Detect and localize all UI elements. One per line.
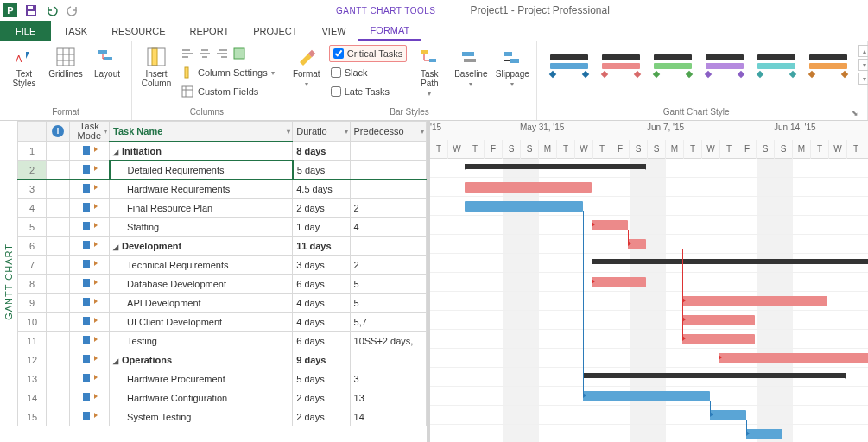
text-styles-button[interactable]: A Text Styles bbox=[5, 45, 43, 90]
slippage-button[interactable]: Slippage ▾ bbox=[493, 45, 531, 90]
dialog-launcher-icon[interactable]: ⬊ bbox=[850, 108, 860, 118]
slack-checkbox[interactable]: Slack bbox=[329, 64, 408, 81]
custom-fields-button[interactable]: Custom Fields bbox=[179, 83, 276, 100]
info-cell[interactable] bbox=[47, 350, 70, 369]
mode-cell[interactable] bbox=[69, 294, 109, 313]
predecessors-cell[interactable]: 5,7 bbox=[350, 313, 426, 332]
row-number[interactable]: 14 bbox=[18, 388, 47, 407]
duration-cell[interactable]: 2 days bbox=[293, 407, 350, 426]
info-cell[interactable] bbox=[47, 275, 70, 294]
table-row[interactable]: 4Final Resource Plan2 days2 bbox=[18, 199, 427, 218]
table-row[interactable]: 15System Testing2 days14 bbox=[18, 407, 427, 426]
duration-cell[interactable]: 5 days bbox=[293, 369, 350, 388]
mode-cell[interactable] bbox=[69, 142, 109, 161]
mode-cell[interactable] bbox=[69, 218, 109, 237]
info-cell[interactable] bbox=[47, 313, 70, 332]
col-header-num[interactable] bbox=[18, 122, 47, 142]
wrap-text-icon[interactable] bbox=[232, 47, 246, 60]
task-name-cell[interactable]: System Testing bbox=[110, 407, 293, 426]
slack-input[interactable] bbox=[331, 67, 341, 78]
table-row[interactable]: 12Operations9 days bbox=[18, 350, 427, 369]
style-swatch[interactable] bbox=[598, 48, 644, 83]
duration-cell[interactable]: 2 days bbox=[293, 388, 350, 407]
predecessors-cell[interactable] bbox=[350, 142, 426, 161]
table-row[interactable]: 6Development11 days bbox=[18, 237, 427, 256]
row-number[interactable]: 12 bbox=[18, 350, 47, 369]
info-cell[interactable] bbox=[47, 256, 70, 275]
table-row[interactable]: 7Technical Requirements3 days2 bbox=[18, 256, 427, 275]
mode-cell[interactable] bbox=[69, 350, 109, 369]
duration-cell[interactable]: 4.5 days bbox=[293, 180, 350, 199]
gantt-bar[interactable] bbox=[583, 391, 710, 401]
redo-icon[interactable] bbox=[64, 2, 81, 19]
table-row[interactable]: 14Hardware Configuration2 days13 bbox=[18, 388, 427, 407]
gantt-bar[interactable] bbox=[583, 373, 846, 378]
predecessors-cell[interactable]: 2 bbox=[350, 256, 426, 275]
task-name-cell[interactable]: Database Development bbox=[110, 275, 293, 294]
table-row[interactable]: 13Hardware Procurement5 days3 bbox=[18, 369, 427, 388]
table-row[interactable]: 9API Development4 days5 bbox=[18, 294, 427, 313]
style-swatch[interactable] bbox=[546, 48, 592, 83]
gantt-bar[interactable] bbox=[682, 334, 755, 344]
col-header-predecessors[interactable]: Predecesso▾ bbox=[350, 122, 426, 142]
mode-cell[interactable] bbox=[69, 180, 109, 199]
task-name-cell[interactable]: Final Resource Plan bbox=[110, 199, 293, 218]
gantt-bar[interactable] bbox=[592, 277, 646, 287]
gantt-bar[interactable] bbox=[465, 201, 583, 212]
row-number[interactable]: 6 bbox=[18, 237, 47, 256]
row-number[interactable]: 10 bbox=[18, 313, 47, 332]
task-name-cell[interactable]: Development bbox=[110, 237, 293, 256]
duration-cell[interactable]: 11 days bbox=[293, 237, 350, 256]
table-row[interactable]: 3Hardware Requirements4.5 days bbox=[18, 180, 427, 199]
task-name-cell[interactable]: Technical Requirements bbox=[110, 256, 293, 275]
align-right-icon[interactable] bbox=[215, 47, 229, 60]
mode-cell[interactable] bbox=[69, 161, 109, 180]
mode-cell[interactable] bbox=[69, 256, 109, 275]
duration-cell[interactable]: 6 days bbox=[293, 332, 350, 350]
row-number[interactable]: 8 bbox=[18, 275, 47, 294]
col-header-info[interactable]: i bbox=[47, 122, 70, 142]
duration-cell[interactable]: 6 days bbox=[293, 275, 350, 294]
table-row[interactable]: 8Database Development6 days5 bbox=[18, 275, 427, 294]
predecessors-cell[interactable] bbox=[350, 237, 426, 256]
mode-cell[interactable] bbox=[69, 199, 109, 218]
style-swatch[interactable] bbox=[753, 48, 800, 83]
info-cell[interactable] bbox=[47, 369, 70, 388]
row-number[interactable]: 11 bbox=[18, 332, 47, 350]
predecessors-cell[interactable]: 4 bbox=[350, 218, 426, 237]
predecessors-cell[interactable]: 3 bbox=[350, 369, 426, 388]
tab-project[interactable]: PROJECT bbox=[241, 21, 309, 41]
tab-resource[interactable]: RESOURCE bbox=[99, 21, 177, 41]
info-cell[interactable] bbox=[47, 218, 70, 237]
info-cell[interactable] bbox=[47, 161, 70, 180]
task-name-cell[interactable]: Initiation bbox=[110, 142, 293, 161]
mode-cell[interactable] bbox=[69, 407, 109, 426]
style-swatch[interactable] bbox=[805, 48, 852, 83]
align-center-icon[interactable] bbox=[198, 47, 212, 60]
table-row[interactable]: 10UI Client Development4 days5,7 bbox=[18, 313, 427, 332]
row-number[interactable]: 3 bbox=[18, 180, 47, 199]
gantt-bar[interactable] bbox=[465, 164, 646, 169]
predecessors-cell[interactable] bbox=[350, 180, 426, 199]
baseline-button[interactable]: Baseline ▾ bbox=[452, 45, 490, 90]
gantt-bar[interactable] bbox=[465, 182, 592, 193]
row-number[interactable]: 9 bbox=[18, 294, 47, 313]
task-name-cell[interactable]: Hardware Procurement bbox=[110, 369, 293, 388]
tab-view[interactable]: VIEW bbox=[309, 21, 358, 41]
info-cell[interactable] bbox=[47, 180, 70, 199]
task-name-cell[interactable]: Hardware Requirements bbox=[110, 180, 293, 199]
table-row[interactable]: 2Detailed Requirements5 days bbox=[18, 161, 427, 180]
gantt-bar[interactable] bbox=[592, 259, 868, 264]
insert-column-button[interactable]: Insert Column bbox=[137, 45, 175, 90]
gallery-more-icon[interactable]: ▾ bbox=[858, 73, 868, 85]
mode-cell[interactable] bbox=[69, 275, 109, 294]
col-header-duration[interactable]: Duratio▾ bbox=[293, 122, 350, 142]
row-number[interactable]: 4 bbox=[18, 199, 47, 218]
info-cell[interactable] bbox=[47, 142, 70, 161]
task-name-cell[interactable]: UI Client Development bbox=[110, 313, 293, 332]
duration-cell[interactable]: 4 days bbox=[293, 313, 350, 332]
task-name-cell[interactable]: Detailed Requirements bbox=[110, 161, 293, 180]
predecessors-cell[interactable]: 2 bbox=[350, 199, 426, 218]
duration-cell[interactable]: 8 days bbox=[293, 142, 350, 161]
gantt-bar[interactable] bbox=[682, 296, 827, 306]
